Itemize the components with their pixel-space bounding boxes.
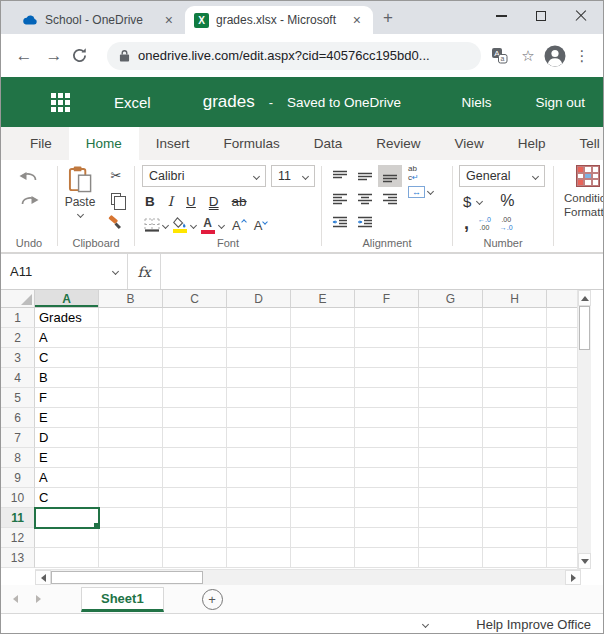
cell-C7[interactable] (163, 428, 227, 448)
cell-I2[interactable] (547, 328, 577, 348)
cell-H2[interactable] (483, 328, 547, 348)
cell-H11[interactable] (483, 508, 547, 528)
fill-color-dropdown-icon[interactable] (190, 221, 197, 228)
cell-F5[interactable] (355, 388, 419, 408)
cell-G10[interactable] (419, 488, 483, 508)
currency-button[interactable]: $ (463, 193, 471, 210)
add-sheet-button[interactable]: + (202, 589, 223, 610)
cell-E1[interactable] (291, 308, 355, 328)
percent-button[interactable]: % (500, 192, 514, 210)
cell-A10[interactable]: C (35, 488, 99, 508)
profile-avatar[interactable] (543, 44, 567, 68)
cell-B11[interactable] (99, 508, 163, 528)
bold-button[interactable]: B (145, 194, 155, 209)
cell-D3[interactable] (227, 348, 291, 368)
cell-I1[interactable] (547, 308, 577, 328)
undo-button[interactable] (14, 165, 44, 189)
cell-A12[interactable] (35, 528, 99, 548)
scroll-down-button[interactable] (578, 553, 591, 569)
cell-G6[interactable] (419, 408, 483, 428)
cell-H9[interactable] (483, 468, 547, 488)
cell-H3[interactable] (483, 348, 547, 368)
next-sheet-button[interactable] (36, 595, 41, 603)
app-name[interactable]: Excel (114, 94, 151, 111)
column-header-A[interactable]: A (35, 290, 99, 308)
cell-A1[interactable]: Grades (35, 308, 99, 328)
row-header-13[interactable]: 13 (1, 548, 35, 568)
cell-C8[interactable] (163, 448, 227, 468)
cell-A6[interactable]: E (35, 408, 99, 428)
lock-icon[interactable] (119, 49, 130, 62)
browser-tab-grades-xlsx[interactable]: X grades.xlsx - Microsoft × (185, 6, 373, 34)
cell-C1[interactable] (163, 308, 227, 328)
ribbon-tab-insert[interactable]: Insert (139, 127, 207, 160)
sign-out-link[interactable]: Sign out (535, 95, 585, 110)
font-color-button[interactable]: A (199, 217, 216, 234)
column-header-H[interactable]: H (483, 290, 547, 308)
refresh-button[interactable] (71, 47, 97, 64)
app-launcher-icon[interactable] (51, 93, 70, 112)
align-top-button[interactable] (328, 165, 352, 187)
cell-C2[interactable] (163, 328, 227, 348)
cell-E8[interactable] (291, 448, 355, 468)
cell-C10[interactable] (163, 488, 227, 508)
font-size-select[interactable]: 11 (271, 165, 315, 187)
double-underline-button[interactable]: D (209, 194, 219, 209)
increase-indent-button[interactable] (353, 211, 377, 233)
ribbon-tab-home[interactable]: Home (69, 127, 139, 160)
copy-button[interactable] (104, 188, 128, 209)
number-format-select[interactable]: General (459, 165, 545, 187)
help-improve-office-link[interactable]: Help Improve Office (476, 617, 591, 632)
font-color-dropdown-icon[interactable] (218, 221, 225, 228)
cell-G4[interactable] (419, 368, 483, 388)
cell-C13[interactable] (163, 548, 227, 568)
cell-E3[interactable] (291, 348, 355, 368)
cell-E11[interactable] (291, 508, 355, 528)
cell-F10[interactable] (355, 488, 419, 508)
merge-cells-button[interactable]: ↔ (408, 186, 433, 198)
align-bottom-button[interactable] (378, 165, 402, 187)
conditional-formatting-button[interactable]: Conditional Formatting (554, 160, 603, 252)
ribbon-tab-view[interactable]: View (438, 127, 501, 160)
select-all-corner[interactable] (1, 290, 35, 308)
cell-D13[interactable] (227, 548, 291, 568)
cell-C9[interactable] (163, 468, 227, 488)
cell-F4[interactable] (355, 368, 419, 388)
format-painter-button[interactable] (104, 211, 128, 232)
cell-F11[interactable] (355, 508, 419, 528)
column-header-B[interactable]: B (99, 290, 163, 308)
url-text[interactable]: onedrive.live.com/edit.aspx?cid=40576cc1… (138, 48, 430, 63)
cell-B13[interactable] (99, 548, 163, 568)
cell-B1[interactable] (99, 308, 163, 328)
cell-C5[interactable] (163, 388, 227, 408)
shrink-font-button[interactable]: A (254, 218, 268, 233)
scroll-left-button[interactable] (35, 570, 51, 585)
translate-icon[interactable]: Aa (491, 47, 513, 64)
cell-E12[interactable] (291, 528, 355, 548)
row-header-7[interactable]: 7 (1, 428, 35, 448)
horizontal-scrollbar-thumb[interactable] (51, 571, 203, 584)
cell-F12[interactable] (355, 528, 419, 548)
browser-menu-icon[interactable]: ⋮ (571, 47, 593, 65)
cell-F6[interactable] (355, 408, 419, 428)
cell-B6[interactable] (99, 408, 163, 428)
align-middle-button[interactable] (353, 165, 377, 187)
cell-H1[interactable] (483, 308, 547, 328)
cell-C6[interactable] (163, 408, 227, 428)
cell-I9[interactable] (547, 468, 577, 488)
cell-D10[interactable] (227, 488, 291, 508)
cell-A4[interactable]: B (35, 368, 99, 388)
cell-B12[interactable] (99, 528, 163, 548)
cell-D11[interactable] (227, 508, 291, 528)
forward-button[interactable]: → (41, 46, 67, 66)
merge-dropdown-icon[interactable] (427, 188, 434, 195)
font-family-select[interactable]: Calibri (142, 165, 266, 187)
cell-F13[interactable] (355, 548, 419, 568)
borders-dropdown-icon[interactable] (162, 221, 169, 228)
previous-sheet-button[interactable] (13, 595, 18, 603)
wrap-text-button[interactable]: ab c↵ (408, 165, 433, 183)
close-tab-icon[interactable]: × (162, 12, 176, 28)
cell-I3[interactable] (547, 348, 577, 368)
vertical-scrollbar-track[interactable] (578, 350, 591, 553)
italic-button[interactable]: I (168, 193, 173, 209)
